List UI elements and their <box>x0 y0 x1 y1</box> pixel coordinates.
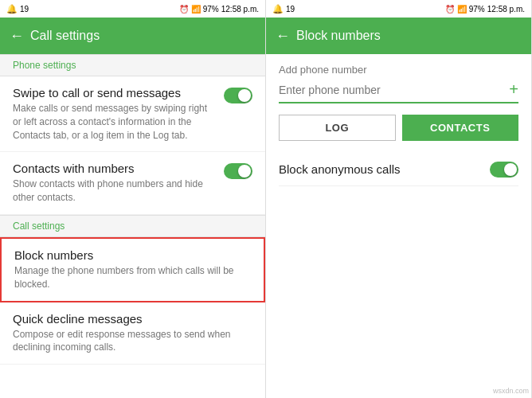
left-content: Phone settings Swipe to call or send mes… <box>0 54 265 398</box>
alarm-icon-right: ⏰ <box>445 5 455 14</box>
block-numbers-item[interactable]: Block numbers Manage the phone numbers f… <box>0 237 265 302</box>
status-bar-right: 🔔 19 ⏰ 📶 97% 12:58 p.m. <box>266 0 531 18</box>
time-label: 12:58 p.m. <box>221 5 259 14</box>
right-header-bar: ← Block numbers <box>266 18 531 54</box>
block-anonymous-label: Block anonymous calls <box>279 162 401 176</box>
back-button-left[interactable]: ← <box>10 28 24 45</box>
quick-decline-title: Quick decline messages <box>13 312 246 326</box>
battery-label-right: 97% <box>469 5 485 14</box>
status-icon-sim: 🔔 <box>6 4 18 14</box>
signal-icon-right: 📶 <box>457 5 467 14</box>
quick-decline-text: Quick decline messages Compose or edit r… <box>13 312 252 355</box>
status-icons-right-right: ⏰ 📶 97% 12:58 p.m. <box>445 5 525 14</box>
time-label-right: 12:58 p.m. <box>487 5 525 14</box>
left-header-bar: ← Call settings <box>0 18 265 54</box>
block-numbers-desc: Manage the phone numbers from which call… <box>14 264 244 291</box>
contacts-with-numbers-item[interactable]: Contacts with numbers Show contacts with… <box>0 152 265 215</box>
call-settings-header: Call settings <box>0 215 265 237</box>
contacts-with-numbers-desc: Show contacts with phone numbers and hid… <box>13 178 217 205</box>
block-numbers-content: Add phone number + LOG CONTACTS Block an… <box>266 54 531 196</box>
status-icon-19-right: 19 <box>286 5 295 14</box>
quick-decline-item[interactable]: Quick decline messages Compose or edit r… <box>0 302 265 365</box>
block-numbers-text: Block numbers Manage the phone numbers f… <box>14 248 251 291</box>
status-icons-left: 🔔 19 <box>6 4 29 14</box>
swipe-to-call-desc: Make calls or send messages by swiping r… <box>13 102 217 142</box>
contacts-tab[interactable]: CONTACTS <box>402 115 519 141</box>
right-panel: 🔔 19 ⏰ 📶 97% 12:58 p.m. ← Block numbers … <box>266 0 532 398</box>
status-icons-right: ⏰ 📶 97% 12:58 p.m. <box>179 5 259 14</box>
phone-input-row: + <box>279 80 518 103</box>
add-phone-button[interactable]: + <box>509 80 518 99</box>
contacts-with-numbers-title: Contacts with numbers <box>13 162 217 175</box>
tabs-row: LOG CONTACTS <box>279 115 518 141</box>
signal-icon: 📶 <box>191 5 201 14</box>
phone-settings-header: Phone settings <box>0 54 265 76</box>
watermark: wsxdn.com <box>493 387 529 395</box>
left-panel: 🔔 19 ⏰ 📶 97% 12:58 p.m. ← Call settings … <box>0 0 266 398</box>
status-bar-left: 🔔 19 ⏰ 📶 97% 12:58 p.m. <box>0 0 265 18</box>
swipe-to-call-toggle[interactable] <box>224 88 252 103</box>
battery-label: 97% <box>203 5 219 14</box>
alarm-icon: ⏰ <box>179 5 189 14</box>
add-phone-label: Add phone number <box>279 64 518 76</box>
status-icons-right-left: 🔔 19 <box>272 4 295 14</box>
swipe-to-call-item[interactable]: Swipe to call or send messages Make call… <box>0 76 265 152</box>
quick-decline-desc: Compose or edit response messages to sen… <box>13 328 246 355</box>
right-header-title: Block numbers <box>296 29 381 43</box>
block-numbers-title: Block numbers <box>14 248 244 262</box>
swipe-to-call-title: Swipe to call or send messages <box>13 86 217 100</box>
block-anonymous-row: Block anonymous calls <box>279 152 518 186</box>
status-icon-19: 19 <box>20 5 29 14</box>
block-anonymous-toggle[interactable] <box>490 162 518 178</box>
left-header-title: Call settings <box>30 29 100 43</box>
status-icon-sim-right: 🔔 <box>272 4 284 14</box>
contacts-with-numbers-toggle[interactable] <box>224 163 252 179</box>
contacts-with-numbers-text: Contacts with numbers Show contacts with… <box>13 162 224 205</box>
back-button-right[interactable]: ← <box>276 28 290 45</box>
swipe-to-call-text: Swipe to call or send messages Make call… <box>13 86 224 142</box>
log-tab[interactable]: LOG <box>279 115 396 141</box>
right-content: Add phone number + LOG CONTACTS Block an… <box>266 54 531 398</box>
phone-number-input[interactable] <box>279 84 509 96</box>
